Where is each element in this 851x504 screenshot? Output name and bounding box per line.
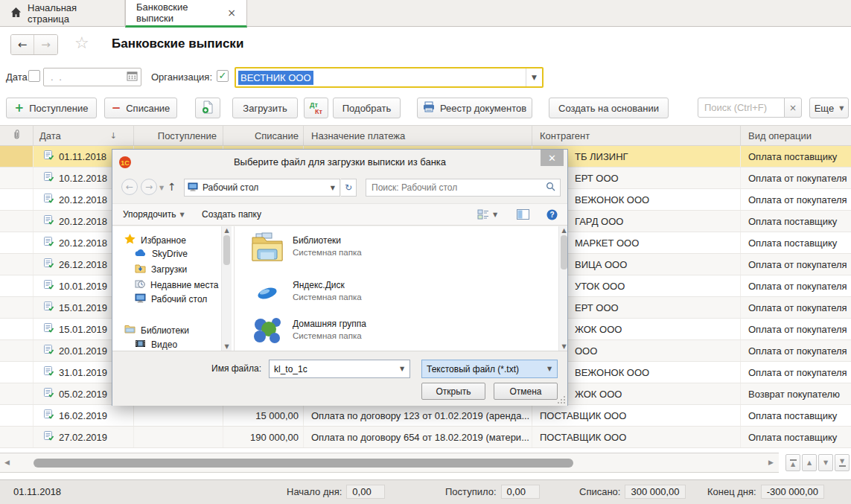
cell-operation[interactable]: Оплата от покупателя bbox=[741, 319, 851, 339]
go-next-row-button[interactable]: ▼ bbox=[818, 454, 833, 471]
dialog-forward-icon[interactable]: → bbox=[141, 179, 157, 195]
cell-operation[interactable]: Оплата от покупателя bbox=[741, 362, 851, 383]
dialog-search-input[interactable] bbox=[366, 182, 546, 193]
back-button[interactable]: ← bbox=[11, 35, 34, 54]
purpose-column-header[interactable]: Назначение платежа bbox=[304, 126, 532, 145]
tab-bank-statements[interactable]: Банковские выписки × bbox=[125, 0, 247, 28]
cell-attachment[interactable] bbox=[0, 211, 34, 232]
cell-operation[interactable]: Оплата от покупателя bbox=[741, 168, 851, 188]
view-options-icon[interactable]: ▼ bbox=[477, 209, 497, 220]
pick-button[interactable]: Подобрать bbox=[333, 98, 401, 118]
cell-attachment[interactable] bbox=[0, 189, 34, 210]
cancel-button[interactable]: Отмена bbox=[494, 383, 558, 400]
operation-column-header[interactable]: Вид операции bbox=[741, 126, 851, 145]
cell-attachment[interactable] bbox=[0, 254, 34, 275]
cell-writeoff[interactable]: 190 000,00 bbox=[223, 427, 304, 447]
cell-date[interactable]: 16.02.2019 bbox=[34, 405, 134, 426]
cell-attachment[interactable] bbox=[0, 383, 34, 404]
dialog-sidebar-item-desktop-monitor[interactable]: Рабочий стол bbox=[135, 293, 207, 305]
create-based-button[interactable]: Создать на основании bbox=[549, 98, 669, 118]
file-list-item[interactable]: БиблиотекиСистемная папка bbox=[235, 229, 558, 271]
sidebar-scrollbar[interactable]: ▲▼ bbox=[221, 226, 232, 351]
registry-button[interactable]: Реестр документов bbox=[417, 98, 532, 118]
refresh-icon[interactable]: ↻ bbox=[341, 179, 357, 197]
posting-dtkt-button[interactable]: ДтКт bbox=[304, 98, 328, 118]
horizontal-scrollbar[interactable]: ◀ ▶ bbox=[0, 453, 779, 473]
dialog-sidebar-item-favorites-star[interactable]: Избранное bbox=[124, 234, 186, 246]
dialog-sidebar-item-downloads-folder[interactable]: Загрузки bbox=[135, 264, 187, 275]
cell-attachment[interactable] bbox=[0, 168, 34, 188]
favorite-star-icon[interactable]: ☆ bbox=[74, 34, 89, 52]
go-prev-row-button[interactable]: ▲ bbox=[802, 454, 817, 471]
cell-operation[interactable]: Оплата поставщику bbox=[741, 146, 851, 167]
cell-purpose[interactable]: Оплата по договору 123 от 01.02.2019 (ар… bbox=[304, 405, 532, 426]
help-icon[interactable]: ? bbox=[546, 209, 558, 220]
cell-receipt[interactable] bbox=[134, 427, 223, 447]
dialog-sidebar-item-libraries-folder[interactable]: Библиотеки bbox=[124, 325, 189, 336]
address-box[interactable]: Рабочий стол ▼ bbox=[184, 179, 340, 197]
contractor-column-header[interactable]: Контрагент bbox=[532, 126, 741, 145]
cell-contractor[interactable]: ПОСТАВЩИК ООО bbox=[532, 427, 741, 447]
new-folder-button[interactable]: Создать папку bbox=[202, 209, 261, 220]
cell-attachment[interactable] bbox=[0, 405, 34, 426]
cell-attachment[interactable] bbox=[0, 146, 34, 167]
cell-attachment[interactable] bbox=[0, 232, 34, 253]
resize-grip[interactable] bbox=[558, 396, 565, 403]
writeoff-column-header[interactable]: Списание bbox=[223, 126, 304, 145]
cell-operation[interactable]: Оплата от покупателя bbox=[741, 275, 851, 296]
receipt-column-header[interactable]: Поступление bbox=[134, 126, 223, 145]
writeoff-button[interactable]: −Списание bbox=[104, 98, 177, 118]
cell-attachment[interactable] bbox=[0, 275, 34, 296]
tab-close-icon[interactable]: × bbox=[227, 7, 236, 18]
dialog-title-bar[interactable]: 1С Выберите файл для загрузки выписки из… bbox=[112, 150, 567, 175]
cell-attachment[interactable] bbox=[0, 427, 34, 447]
cell-operation[interactable]: Оплата поставщику bbox=[741, 232, 851, 253]
table-row[interactable]: 16.02.201915 000,00Оплата по договору 12… bbox=[0, 405, 851, 427]
organize-button[interactable]: Упорядочить▼ bbox=[123, 209, 185, 220]
forward-button[interactable]: → bbox=[34, 35, 57, 54]
history-dropdown-icon[interactable]: ▼ bbox=[159, 185, 164, 191]
magnifier-icon[interactable] bbox=[546, 182, 560, 194]
file-list-item[interactable]: Домашняя группаСистемная папка bbox=[235, 313, 558, 351]
dialog-sidebar-item-recent-places[interactable]: Недавние места bbox=[135, 278, 218, 291]
cell-operation[interactable]: Оплата от покупателя bbox=[741, 254, 851, 275]
cell-date[interactable]: 27.02.2019 bbox=[34, 427, 134, 447]
cell-operation[interactable]: Оплата поставщику bbox=[741, 405, 851, 426]
filename-dropdown-icon[interactable]: ▼ bbox=[395, 366, 409, 372]
load-button[interactable]: Загрузить bbox=[232, 98, 298, 118]
table-row[interactable]: 27.02.2019190 000,00Оплата по договору 6… bbox=[0, 427, 851, 448]
preview-pane-icon[interactable] bbox=[517, 209, 529, 220]
org-filter-checkbox[interactable]: ✓ bbox=[217, 70, 229, 82]
attachment-column-header[interactable] bbox=[0, 126, 34, 145]
cell-operation[interactable]: Оплата от покупателя bbox=[741, 189, 851, 210]
dialog-sidebar-item-video-film[interactable]: Видео bbox=[135, 339, 177, 350]
load-file-button[interactable] bbox=[195, 98, 220, 118]
scroll-left-icon[interactable]: ◀ bbox=[4, 459, 10, 466]
go-last-row-button[interactable]: ▼ bbox=[835, 454, 850, 471]
tab-home[interactable]: Начальная страница bbox=[0, 0, 125, 27]
cell-operation[interactable]: Возврат покупателю bbox=[741, 383, 851, 404]
receipt-button[interactable]: +Поступление bbox=[6, 98, 97, 118]
scrollbar-thumb[interactable] bbox=[34, 459, 573, 468]
cell-attachment[interactable] bbox=[0, 362, 34, 383]
more-button[interactable]: Еще▼ bbox=[809, 98, 849, 118]
search-input[interactable] bbox=[698, 98, 784, 117]
cell-operation[interactable]: Оплата от покупателя bbox=[741, 297, 851, 318]
search-clear-icon[interactable]: × bbox=[784, 98, 802, 118]
filename-input[interactable] bbox=[270, 364, 395, 374]
org-dropdown-icon[interactable]: ▼ bbox=[526, 68, 542, 86]
cell-contractor[interactable]: ПОСТАВЩИК ООО bbox=[532, 405, 741, 426]
cell-writeoff[interactable]: 15 000,00 bbox=[223, 405, 304, 426]
date-column-header[interactable]: Дата↓ bbox=[34, 126, 134, 145]
scroll-right-icon[interactable]: ▶ bbox=[768, 459, 774, 466]
address-dropdown-icon[interactable]: ▼ bbox=[331, 185, 337, 191]
cell-operation[interactable]: Оплата от покупателя bbox=[741, 340, 851, 361]
file-list-item[interactable]: Яндекс.ДискСистемная папка bbox=[235, 274, 558, 316]
cell-attachment[interactable] bbox=[0, 340, 34, 361]
file-list-scrollbar[interactable]: ▲▼ bbox=[558, 226, 567, 351]
org-filter-input[interactable]: ВЕСТНИК ООО ▼ bbox=[235, 67, 544, 88]
go-first-row-button[interactable]: ▲ bbox=[785, 454, 800, 471]
dialog-back-icon[interactable]: ← bbox=[121, 179, 138, 195]
open-button[interactable]: Открыть bbox=[421, 383, 485, 400]
date-filter-input[interactable]: . . bbox=[43, 68, 141, 86]
